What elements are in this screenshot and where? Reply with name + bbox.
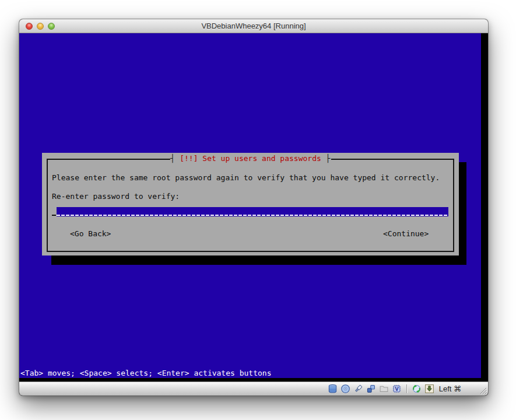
usb-devices-icon[interactable] xyxy=(353,384,363,394)
installer-screen: ┤ [!!] Set up users and passwords ├ Plea… xyxy=(19,33,481,378)
close-button[interactable] xyxy=(26,23,33,30)
hard-disks-icon[interactable] xyxy=(328,384,338,394)
virtualization-features-icon[interactable]: V xyxy=(392,384,402,394)
shared-folders-icon[interactable] xyxy=(379,384,389,394)
virtualbox-window: VBDebianWheezy64 [Running] ┤ [!!] Set up… xyxy=(19,19,488,396)
zoom-button[interactable] xyxy=(48,23,55,30)
help-line: <Tab> moves; <Space> selects; <Enter> ac… xyxy=(20,369,271,378)
vm-console[interactable]: ┤ [!!] Set up users and passwords ├ Plea… xyxy=(19,33,488,382)
text-cursor xyxy=(51,207,57,216)
dialog-title-text: [!!] Set up users and passwords xyxy=(180,154,321,163)
window-controls xyxy=(26,23,55,30)
continue-button[interactable]: <Continue> xyxy=(383,229,429,239)
window-title: VBDebianWheezy64 [Running] xyxy=(19,22,488,30)
mouse-integration-icon[interactable] xyxy=(412,384,422,394)
network-icon[interactable] xyxy=(366,384,376,394)
status-bar: V Left ⌘ xyxy=(19,382,488,396)
prompt-text: Please enter the same root password agai… xyxy=(52,173,440,183)
password-dialog: ┤ [!!] Set up users and passwords ├ Plea… xyxy=(42,153,459,256)
keyboard-capture-icon[interactable] xyxy=(424,384,434,394)
statusbar-separator xyxy=(406,384,407,393)
go-back-button[interactable]: <Go Back> xyxy=(70,229,111,239)
border-tee-left-icon: ┤ xyxy=(170,154,175,163)
features-glyph: V xyxy=(395,386,399,392)
host-key-label: Left ⌘ xyxy=(439,384,461,393)
password-input[interactable] xyxy=(57,207,448,216)
password-field-label: Re-enter password to verify: xyxy=(52,192,180,201)
border-tee-right-icon: ├ xyxy=(326,154,331,163)
password-underscores xyxy=(57,215,448,216)
minimize-button[interactable] xyxy=(37,23,44,30)
dialog-title: ┤ [!!] Set up users and passwords ├ xyxy=(170,154,331,163)
window-titlebar[interactable]: VBDebianWheezy64 [Running] xyxy=(19,19,488,33)
optical-drives-icon[interactable] xyxy=(341,384,350,394)
resize-grip[interactable] xyxy=(479,386,487,394)
